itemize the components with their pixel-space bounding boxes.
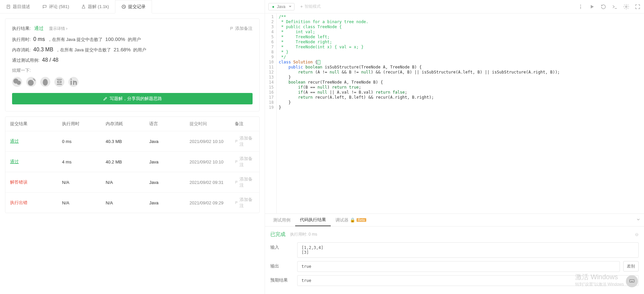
table-row[interactable]: 执行出错N/AN/AJava2021/09/02 09:29添加备注 — [5, 192, 259, 213]
submissions-table: 提交结果 执行用时 内存消耗 语言 提交时间 备注 通过0 ms40.3 MBJ… — [5, 116, 260, 213]
feedback-bubble[interactable] — [626, 275, 638, 287]
cell-date: 2021/09/02 10:10 — [190, 159, 235, 164]
diff-button[interactable]: 差别 — [623, 261, 639, 272]
check-circle-icon: ● — [272, 4, 274, 9]
tab-submissions[interactable]: 提交记录 — [115, 0, 152, 13]
input-value: [1,2,3,4] [3] — [297, 242, 639, 258]
tab-description[interactable]: 题目描述 — [0, 0, 36, 13]
document-icon — [6, 4, 11, 9]
editor-header: ● Java ✦ 智能模式 — [265, 0, 644, 13]
collapse-icon[interactable] — [636, 217, 641, 223]
svg-point-7 — [70, 79, 72, 80]
done-runtime: 执行用时: 0 ms — [290, 232, 317, 237]
add-remark-link[interactable]: 添加备注 — [235, 135, 255, 147]
info-icon[interactable] — [578, 4, 584, 10]
runtime-row: 执行用时: 0 ms ，在所有 Java 提交中击败了 100.00% 的用户 — [12, 36, 253, 43]
th-date: 提交时间 — [190, 121, 235, 127]
svg-point-3 — [17, 81, 21, 85]
share-buttons — [12, 77, 253, 87]
flask-icon — [81, 4, 86, 9]
flag-icon — [235, 201, 238, 205]
tab-run-result[interactable]: 代码执行结果 — [295, 214, 331, 226]
comment-icon — [42, 4, 47, 9]
output-value: true — [297, 261, 620, 272]
cell-status[interactable]: 通过 — [10, 159, 62, 165]
flag-icon — [235, 180, 238, 184]
cell-date: 2021/09/02 10:10 — [190, 139, 235, 144]
keyboard-icon — [629, 278, 635, 285]
tab-debugger[interactable]: 调试器 🔒 Beta — [331, 214, 371, 226]
qq-icon[interactable] — [40, 77, 50, 87]
cell-mem: N/A — [106, 200, 149, 205]
cell-lang: Java — [149, 159, 190, 164]
lock-icon: 🔒 — [350, 217, 355, 223]
line-gutter: 12345678910111213141516171819 — [265, 13, 277, 213]
svg-point-5 — [43, 79, 48, 86]
cell-time: N/A — [62, 180, 106, 185]
cell-lang: Java — [149, 180, 190, 185]
douban-icon[interactable] — [54, 77, 64, 87]
add-remark-link[interactable]: 添加备注 — [235, 156, 255, 168]
expected-value: true — [297, 275, 639, 286]
code-editor[interactable]: 12345678910111213141516171819 /** * Defi… — [265, 13, 644, 213]
bottom-panel: 测试用例 代码执行结果 调试器 🔒 Beta 已完成 执行用时: 0 ms ⊖ … — [265, 213, 644, 294]
runtime-percentile: 100.00% — [105, 36, 125, 42]
cell-time: 0 ms — [62, 139, 106, 144]
add-remark-button[interactable]: 添加备注 — [230, 26, 253, 32]
th-lang: 语言 — [149, 121, 190, 127]
beta-badge: Beta — [357, 218, 366, 222]
tab-comments[interactable]: 评论 (581) — [36, 0, 75, 13]
tab-label: 题解 (1.1k) — [88, 4, 109, 10]
cell-lang: Java — [149, 200, 190, 205]
tab-label: 提交记录 — [128, 4, 146, 10]
code-area[interactable]: /** * Definition for a binary tree node.… — [277, 13, 644, 213]
result-status: 通过 — [34, 26, 44, 32]
write-solution-button[interactable]: 写题解，分享我的解题思路 — [12, 93, 253, 104]
th-remark: 备注 — [235, 121, 255, 127]
fullscreen-icon[interactable] — [635, 4, 641, 10]
add-remark-link[interactable]: 添加备注 — [235, 197, 255, 209]
th-status: 提交结果 — [10, 121, 62, 127]
settings-icon[interactable] — [623, 4, 629, 10]
th-mem: 内存消耗 — [106, 121, 149, 127]
share-label: 炫耀一下: — [12, 67, 253, 74]
result-label: 执行结果: — [12, 26, 31, 32]
show-detail-link[interactable]: 显示详情 › — [49, 26, 67, 32]
table-row[interactable]: 解答错误N/AN/AJava2021/09/02 09:31添加备注 — [5, 172, 259, 192]
table-row[interactable]: 通过4 ms40.2 MBJava2021/09/02 10:10添加备注 — [5, 151, 259, 172]
cell-status[interactable]: 执行出错 — [10, 200, 62, 206]
table-header: 提交结果 执行用时 内存消耗 语言 提交时间 备注 — [5, 117, 259, 131]
cell-date: 2021/09/02 09:29 — [190, 200, 235, 205]
wechat-icon[interactable] — [12, 77, 22, 87]
reset-icon[interactable] — [600, 4, 606, 10]
tab-label: 题目描述 — [13, 4, 30, 10]
output-label: 输出 — [270, 261, 297, 269]
weibo-icon[interactable] — [26, 77, 36, 87]
result-summary: 执行结果: 通过 显示详情 › 添加备注 执行用时: 0 ms ，在所有 Jav… — [5, 18, 260, 111]
cell-time: 4 ms — [62, 159, 106, 164]
close-icon[interactable]: ⊖ — [635, 232, 639, 237]
smart-mode-toggle[interactable]: ✦ 智能模式 — [300, 4, 321, 9]
cell-date: 2021/09/02 09:31 — [190, 180, 235, 185]
cell-status[interactable]: 解答错误 — [10, 179, 62, 185]
add-remark-link[interactable]: 添加备注 — [235, 176, 255, 188]
tab-solutions[interactable]: 题解 (1.1k) — [75, 0, 115, 13]
cell-mem: N/A — [106, 180, 149, 185]
flag-icon — [235, 160, 238, 164]
run-icon[interactable] — [589, 4, 595, 10]
tab-testcase[interactable]: 测试用例 — [268, 214, 295, 226]
input-label: 输入 — [270, 242, 297, 250]
svg-rect-6 — [70, 81, 72, 85]
flag-icon — [230, 27, 234, 31]
cases-row: 通过测试用例: 48 / 48 — [12, 57, 253, 63]
cell-mem: 40.2 MB — [106, 159, 149, 164]
table-row[interactable]: 通过0 ms40.3 MBJava2021/09/02 10:10添加备注 — [5, 131, 259, 151]
svg-point-4 — [28, 80, 34, 86]
language-select[interactable]: ● Java — [268, 3, 294, 10]
left-tabs: 题目描述 评论 (581) 题解 (1.1k) 提交记录 — [0, 0, 265, 13]
cell-status[interactable]: 通过 — [10, 138, 62, 144]
terminal-icon[interactable] — [612, 4, 618, 10]
svg-point-8 — [626, 6, 627, 7]
linkedin-icon[interactable] — [68, 77, 78, 87]
memory-percentile: 21.68% — [114, 47, 131, 52]
